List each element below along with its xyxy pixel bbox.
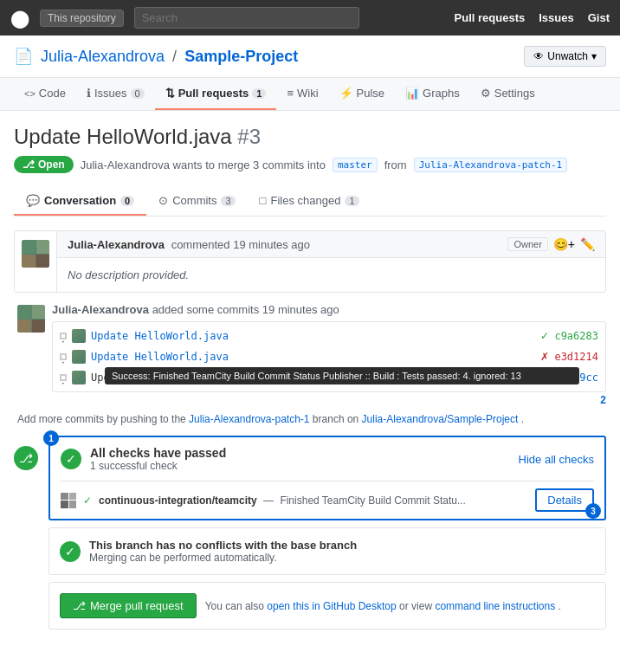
commit-hash-2[interactable]: e3d1214: [554, 351, 598, 363]
checks-outer: ⎇ 1 ✓ All checks have passed 1 successfu…: [14, 436, 606, 630]
commit-mini-avatar-3: [72, 371, 86, 384]
check-tick-icon: ✓: [83, 494, 92, 507]
eye-icon: 👁: [533, 50, 544, 62]
repo-book-icon: 📄: [14, 48, 33, 65]
github-desktop-link[interactable]: open this in GitHub Desktop: [267, 600, 396, 612]
timeline: Julia-Alexandrova commented 19 minutes a…: [14, 230, 606, 630]
top-nav-links: Pull requests Issues Gist: [455, 11, 610, 24]
tooltip-text: Success: Finished TeamCity Build Commit …: [112, 371, 521, 381]
checks-number-badge: 1: [43, 430, 59, 446]
tab-pull-requests[interactable]: ⇅ Pull requests 1: [155, 78, 277, 110]
commits-icon: ⊙: [158, 194, 168, 207]
commit-dot-1: ·: [60, 333, 67, 339]
comment-actions: Owner 😊+ ✏️: [507, 237, 595, 251]
teamcity-mini-avatar: [61, 493, 76, 508]
repo-separator: /: [172, 48, 177, 65]
merge-area: ⎇ Merge pull request You can also open t…: [48, 582, 606, 630]
repo-path: 📄 Julia-Alexandrova / Sample-Project: [14, 47, 298, 66]
check-green-icon-1: ✓: [540, 330, 549, 342]
hide-all-checks-button[interactable]: Hide all checks: [519, 453, 594, 466]
commit-msg-2[interactable]: Update HelloWorld.java: [91, 351, 535, 363]
commit-group-author: Julia-Alexandrova: [52, 303, 149, 316]
commit-item-2: · Update HelloWorld.java ✗ e3d1214: [53, 346, 605, 367]
tab-commits[interactable]: ⊙ Commits 3: [146, 187, 247, 216]
wiki-icon: ≡: [287, 87, 294, 100]
commit-dot-3: ·: [60, 374, 67, 381]
graphs-icon: 📊: [405, 87, 419, 100]
pr-tabs: 💬 Conversation 0 ⊙ Commits 3 □ Files cha…: [14, 187, 606, 216]
tab-graphs[interactable]: 📊 Graphs: [395, 78, 470, 110]
edit-comment-button[interactable]: ✏️: [580, 237, 595, 251]
pull-requests-link[interactable]: Pull requests: [455, 11, 526, 24]
commit-msg-1[interactable]: Update HelloWorld.java: [91, 330, 535, 342]
issues-icon: ℹ: [87, 87, 91, 100]
commit-item-1: · Update HelloWorld.java ✓ c9a6283: [53, 326, 605, 346]
repo-link[interactable]: Julia-Alexandrova/Sample-Project: [362, 413, 519, 425]
check-circle-icon: ✓: [61, 449, 81, 469]
checks-section: 1 ✓ All checks have passed 1 successful …: [48, 436, 606, 520]
checks-container: 1 ✓ All checks have passed 1 successful …: [48, 436, 606, 630]
comment-main: Julia-Alexandrova commented 19 minutes a…: [56, 231, 605, 292]
tab-wiki[interactable]: ≡ Wiki: [276, 78, 328, 110]
check-item-text: continuous-integration/teamcity — Finish…: [99, 494, 528, 507]
issues-link[interactable]: Issues: [539, 11, 573, 24]
commit-mini-avatar-2: [72, 350, 86, 364]
check-name: continuous-integration/teamcity: [99, 494, 257, 507]
gist-link[interactable]: Gist: [588, 11, 610, 24]
check-desc: Finished TeamCity Build Commit Statu...: [280, 494, 466, 507]
owner-badge: Owner: [507, 237, 547, 251]
target-branch-badge: master: [333, 158, 378, 172]
check-red-icon-2: ✗: [540, 351, 549, 363]
tab-settings[interactable]: ⚙ Settings: [470, 78, 546, 110]
command-line-link[interactable]: command line instructions: [435, 600, 555, 612]
check-separator: —: [263, 494, 274, 507]
commit-group: Julia-Alexandrova added some commits 19 …: [14, 303, 606, 406]
branch-check-section: ✓ This branch has no conflicts with the …: [48, 527, 606, 575]
search-input[interactable]: [134, 7, 359, 29]
tab-files-changed[interactable]: □ Files changed 1: [248, 187, 371, 216]
comment-avatar-area: [15, 231, 56, 292]
merge-pull-request-button[interactable]: ⎇ Merge pull request: [60, 593, 197, 618]
add-reaction-button[interactable]: 😊+: [553, 237, 575, 251]
commit-group-avatar: [17, 305, 45, 333]
github-logo-icon[interactable]: ⬤: [10, 8, 29, 29]
repo-owner-link[interactable]: Julia-Alexandrova: [41, 48, 165, 65]
commit-dot-2: ·: [60, 353, 67, 360]
pr-count-badge: 1: [252, 88, 266, 99]
tab-issues[interactable]: ℹ Issues 0: [76, 78, 155, 110]
files-count-badge: 1: [345, 196, 358, 206]
tab-conversation[interactable]: 💬 Conversation 0: [14, 187, 146, 216]
tooltip-number-label: 2: [52, 394, 606, 406]
check-item-row: ✓ continuous-integration/teamcity — Fini…: [50, 481, 604, 519]
pr-status-badge: ⎇ Open: [14, 156, 74, 173]
checks-header: ✓ All checks have passed 1 successful ch…: [50, 437, 604, 481]
branch-check-title: This branch has no conflicts with the ba…: [89, 539, 357, 552]
source-branch-link[interactable]: Julia-Alexandrova-patch-1: [189, 413, 309, 425]
commit-mini-avatar-1: [72, 329, 86, 343]
from-text: from: [384, 158, 407, 171]
branch-check-subtitle: Merging can be performed automatically.: [89, 552, 357, 564]
pr-title: Update HelloWorld.java #3: [14, 125, 606, 149]
code-icon: <>: [24, 88, 36, 99]
comment-body: No description provided.: [57, 258, 605, 292]
tab-code[interactable]: <> Code: [14, 78, 76, 110]
commit-hash-1[interactable]: c9a6283: [554, 330, 598, 342]
watch-label: Unwatch: [547, 50, 588, 62]
commit-item-3: · Update Success: Finished TeamCity Buil…: [53, 367, 605, 388]
comment-header: Julia-Alexandrova commented 19 minutes a…: [57, 231, 605, 258]
tab-pulse[interactable]: ⚡ Pulse: [329, 78, 396, 110]
checks-title-area: ✓ All checks have passed 1 successful ch…: [61, 446, 226, 472]
details-btn-wrapper: Details 3: [535, 488, 594, 512]
commit-group-header: Julia-Alexandrova added some commits 19 …: [52, 303, 606, 316]
watch-button[interactable]: 👁 Unwatch ▾: [524, 46, 606, 67]
issues-count-badge: 0: [131, 88, 145, 99]
commits-count-badge: 3: [221, 196, 235, 206]
pull-request-icon: ⇅: [165, 87, 175, 100]
comment-box: Julia-Alexandrova commented 19 minutes a…: [14, 230, 606, 293]
merge-icon-small: ⎇: [23, 158, 35, 171]
chevron-down-icon: ▾: [591, 50, 597, 62]
conversation-icon: 💬: [26, 194, 40, 207]
repo-name-link[interactable]: Sample-Project: [184, 48, 298, 65]
add-commits-line: Add more commits by pushing to the Julia…: [14, 413, 606, 425]
avatar: [22, 240, 49, 268]
